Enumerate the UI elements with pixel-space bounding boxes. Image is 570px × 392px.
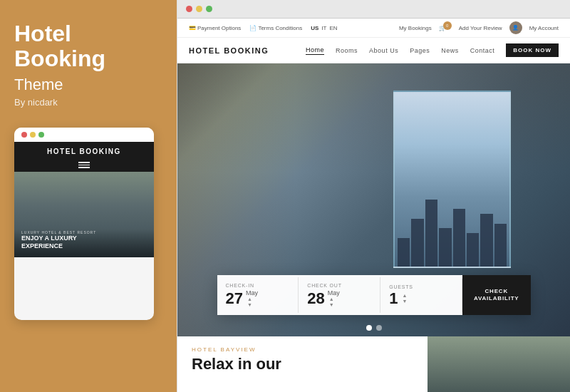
nav-link-home[interactable]: Home <box>306 46 324 55</box>
building-3 <box>425 200 437 267</box>
nav-link-about[interactable]: About Us <box>369 47 398 54</box>
checkout-down-arrow[interactable]: ▼ <box>329 302 340 307</box>
checkin-date: 27 <box>226 291 243 306</box>
below-hero-text: HOTEL BAYVIEW Relax in our <box>177 336 428 392</box>
checkin-up-arrow[interactable]: ▲ <box>247 296 258 301</box>
hamburger-line-2 <box>78 165 90 166</box>
building-1 <box>398 238 410 267</box>
hamburger-line-3 <box>78 167 90 168</box>
user-name-label: My Account <box>529 25 559 31</box>
utility-left: 💳 Payment Options 📄 Terms Conditions US … <box>189 25 338 31</box>
checkin-arrows[interactable]: ▲ ▼ <box>247 296 258 307</box>
hotel-bayview-label: HOTEL BAYVIEW <box>192 346 413 353</box>
slide-indicators <box>366 325 382 331</box>
guests-count: 1 <box>389 291 398 306</box>
mobile-hotel-name: HOTEL BOOKING <box>14 142 154 158</box>
guests-arrows[interactable]: ▲ ▼ <box>402 293 407 304</box>
user-avatar[interactable]: 👤 <box>509 21 522 34</box>
terms-icon: 📄 <box>249 25 256 31</box>
hamburger-line-1 <box>78 162 90 163</box>
checkin-value-row: 27 May ▲ ▼ <box>226 289 290 307</box>
below-hero-image <box>428 336 570 392</box>
utility-bar: 💳 Payment Options 📄 Terms Conditions US … <box>177 19 570 38</box>
browser-chrome <box>177 0 570 19</box>
cart-container[interactable]: 🛒 0 <box>439 25 452 31</box>
main-title: Hotel Booking <box>14 21 162 71</box>
mobile-hero-sub: LUXURY HOTEL & BEST RESORT <box>21 230 96 234</box>
checkout-value-row: 28 May ▲ ▼ <box>307 289 371 307</box>
nav-link-pages[interactable]: Pages <box>410 47 430 54</box>
building-7 <box>480 214 492 267</box>
payment-options[interactable]: 💳 Payment Options <box>189 25 241 31</box>
checkin-down-arrow[interactable]: ▼ <box>247 302 258 307</box>
dot-green <box>38 132 44 138</box>
checkin-month-arrows: May ▲ ▼ <box>246 289 258 307</box>
nav-links: Home Rooms About Us Pages News Contact B… <box>306 43 559 57</box>
payment-icon: 💳 <box>189 25 196 31</box>
lang-en[interactable]: EN <box>329 25 337 31</box>
guests-label: GUESTS <box>389 284 453 289</box>
checkin-label: CHECK-IN <box>226 283 290 288</box>
dot-red <box>21 132 27 138</box>
checkin-month: May <box>246 289 258 296</box>
booking-widget: CHECK-IN 27 May ▲ ▼ CHECK OUT <box>217 275 531 315</box>
language-selector: US IT EN <box>311 25 337 31</box>
mobile-hero-main: ENJOY A LUXURYEXPERIENCE <box>21 234 96 250</box>
checkout-date: 28 <box>307 291 324 306</box>
city-buildings <box>395 171 509 267</box>
main-navigation: HOTEL BOOKING Home Rooms About Us Pages … <box>177 38 570 63</box>
utility-right: My Bookings 🛒 0 Add Your Review 👤 My Acc… <box>399 21 559 34</box>
nav-logo: HOTEL BOOKING <box>189 46 269 55</box>
room-thumbnail <box>428 336 570 392</box>
slide-dot-1[interactable] <box>366 325 372 331</box>
checkout-month: May <box>328 289 340 296</box>
nav-link-contact[interactable]: Contact <box>470 47 495 54</box>
mobile-preview: HOTEL BOOKING LUXURY HOTEL & BEST RESORT… <box>14 128 154 320</box>
building-4 <box>439 228 451 267</box>
mobile-hero-image: LUXURY HOTEL & BEST RESORT ENJOY A LUXUR… <box>14 172 154 257</box>
checkout-arrows[interactable]: ▲ ▼ <box>329 296 340 307</box>
user-icon: 👤 <box>512 25 519 31</box>
guests-value-row: 1 ▲ ▼ <box>389 291 453 306</box>
lang-us[interactable]: US <box>311 25 318 31</box>
checkout-label: CHECK OUT <box>307 283 371 288</box>
browser-dot-green <box>206 6 212 12</box>
nav-link-rooms[interactable]: Rooms <box>336 47 358 54</box>
theme-subtitle: Theme <box>14 76 162 94</box>
checkout-up-arrow[interactable]: ▲ <box>329 296 340 301</box>
left-panel: Hotel Booking Theme By nicdark HOTEL BOO… <box>0 0 177 392</box>
browser-dot-red <box>186 6 192 12</box>
hero-section: CHECK-IN 27 May ▲ ▼ CHECK OUT <box>177 63 570 336</box>
checkin-field[interactable]: CHECK-IN 27 May ▲ ▼ <box>217 277 299 313</box>
building-6 <box>467 233 479 267</box>
mobile-hamburger[interactable] <box>14 158 154 172</box>
guests-up-arrow[interactable]: ▲ <box>402 293 407 298</box>
dot-yellow <box>30 132 36 138</box>
nav-link-news[interactable]: News <box>441 47 459 54</box>
checkout-field[interactable]: CHECK OUT 28 May ▲ ▼ <box>299 277 380 313</box>
my-bookings-link[interactable]: My Bookings <box>399 25 432 31</box>
book-now-button[interactable]: BOOK NOW <box>506 43 559 57</box>
below-hero-section: HOTEL BAYVIEW Relax in our <box>177 336 570 392</box>
cart-badge: 0 <box>443 21 452 30</box>
guests-down-arrow[interactable]: ▼ <box>402 299 407 304</box>
browser-dot-yellow <box>196 6 202 12</box>
slide-dot-2[interactable] <box>376 325 382 331</box>
mobile-hero-text: LUXURY HOTEL & BEST RESORT ENJOY A LUXUR… <box>21 230 96 250</box>
website-content: 💳 Payment Options 📄 Terms Conditions US … <box>177 19 570 392</box>
hero-window <box>393 91 511 268</box>
guests-field[interactable]: GUESTS 1 ▲ ▼ <box>380 279 462 312</box>
lang-it[interactable]: IT <box>321 25 326 31</box>
mobile-dots-bar <box>14 128 154 142</box>
building-8 <box>494 224 507 267</box>
building-5 <box>453 209 465 267</box>
relax-title: Relax in our <box>192 356 413 373</box>
add-review-link[interactable]: Add Your Review <box>459 25 502 31</box>
browser-panel: 💳 Payment Options 📄 Terms Conditions US … <box>177 0 570 392</box>
terms-conditions[interactable]: 📄 Terms Conditions <box>249 25 302 31</box>
author-label: By nicdark <box>14 97 162 108</box>
checkout-month-arrows: May ▲ ▼ <box>328 289 340 307</box>
building-2 <box>411 219 423 267</box>
check-availability-button[interactable]: CHECKAVAILABILITY <box>462 275 531 315</box>
